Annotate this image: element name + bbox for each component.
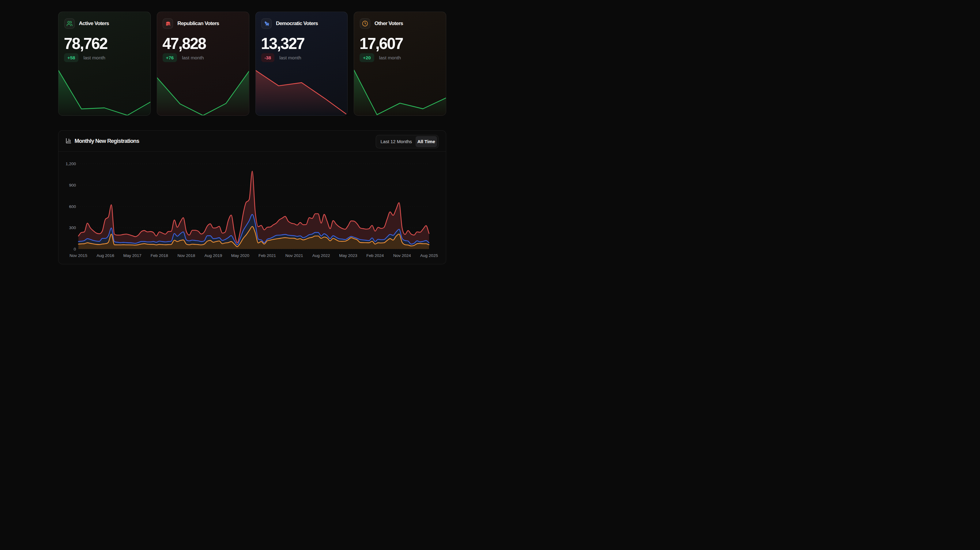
svg-text:Feb 2018: Feb 2018 — [151, 253, 168, 258]
svg-text:Feb 2024: Feb 2024 — [366, 253, 384, 258]
svg-text:May 2020: May 2020 — [231, 253, 249, 258]
svg-text:Aug 2025: Aug 2025 — [420, 253, 438, 258]
svg-text:Aug 2022: Aug 2022 — [312, 253, 330, 258]
svg-text:Nov 2018: Nov 2018 — [177, 253, 195, 258]
svg-text:May 2023: May 2023 — [339, 253, 357, 258]
svg-text:Feb 2021: Feb 2021 — [258, 253, 276, 258]
svg-text:900: 900 — [69, 183, 76, 187]
svg-text:Aug 2016: Aug 2016 — [97, 253, 114, 258]
svg-text:1,200: 1,200 — [65, 162, 76, 166]
svg-text:300: 300 — [69, 225, 76, 230]
svg-text:Aug 2019: Aug 2019 — [204, 253, 222, 258]
svg-text:Nov 2024: Nov 2024 — [393, 253, 411, 258]
svg-text:Nov 2015: Nov 2015 — [70, 253, 87, 258]
svg-text:May 2017: May 2017 — [123, 253, 142, 258]
svg-text:Nov 2021: Nov 2021 — [285, 253, 303, 258]
svg-text:600: 600 — [69, 204, 76, 209]
svg-text:0: 0 — [73, 247, 76, 252]
